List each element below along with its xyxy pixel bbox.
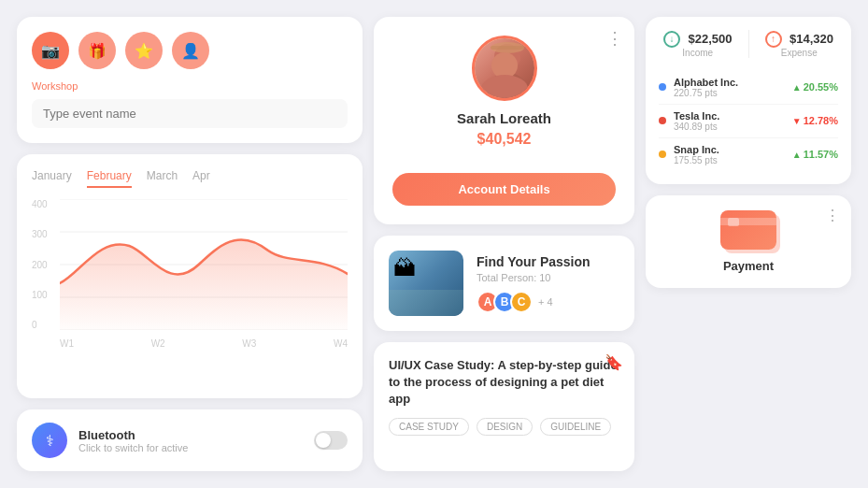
- stock-change-tesla: ▼12.78%: [792, 115, 838, 126]
- gift-icon-btn[interactable]: 🎁: [78, 32, 116, 69]
- avatar: [472, 36, 537, 101]
- stock-dot-snap: [659, 151, 666, 158]
- table-row: Alphabet Inc. 220.75 pts ▲20.55%: [659, 71, 838, 105]
- income-value: $22,500: [688, 32, 732, 46]
- chart-area: 400 300 200 100 0: [32, 199, 348, 349]
- star-icon-btn[interactable]: ⭐: [125, 32, 163, 69]
- income-icon: ↓: [663, 31, 680, 48]
- tab-march[interactable]: March: [147, 169, 178, 188]
- chart-tabs: January February March Apr: [32, 169, 348, 188]
- tab-february[interactable]: February: [87, 169, 132, 188]
- profile-amount-value: 40,542: [485, 131, 531, 147]
- tag-design[interactable]: DESIGN: [477, 418, 533, 436]
- payment-dots-menu[interactable]: ⋮: [825, 207, 840, 224]
- x-label-w2: W2: [151, 338, 165, 349]
- stock-info-tesla: Tesla Inc. 340.89 pts: [674, 110, 792, 132]
- y-label-200: 200: [32, 260, 48, 270]
- avatar-image: [475, 38, 534, 98]
- event-icons: 📷 🎁 ⭐ 👤: [32, 32, 348, 69]
- mid-column: ⋮ Sarah Loreath $40,542 Account Deta: [374, 17, 634, 471]
- svg-rect-8: [491, 46, 524, 50]
- account-details-button[interactable]: Account Details: [392, 173, 616, 206]
- payment-label: Payment: [723, 259, 774, 273]
- expense-amount: ↑ $14,320: [761, 30, 839, 48]
- y-label-0: 0: [32, 320, 48, 330]
- stock-name-alphabet: Alphabet Inc.: [674, 77, 792, 88]
- x-label-w1: W1: [60, 338, 74, 349]
- payment-icon: [720, 210, 776, 250]
- article-tags: CASE STUDY DESIGN GUIDELINE: [389, 418, 619, 436]
- stock-dot-tesla: [659, 117, 666, 124]
- finance-divider: [748, 30, 749, 58]
- expense-icon: ↑: [765, 31, 782, 48]
- camera-icon: 📷: [41, 42, 60, 60]
- table-row: Tesla Inc. 340.89 pts ▼12.78%: [659, 105, 838, 138]
- bluetooth-title: Bluetooth: [78, 428, 303, 442]
- profile-name: Sarah Loreath: [457, 110, 551, 126]
- star-icon: ⭐: [135, 42, 153, 60]
- income-amount: ↓ $22,500: [659, 30, 737, 48]
- passion-title: Find Your Passion: [477, 254, 619, 269]
- y-label-100: 100: [32, 290, 48, 300]
- tab-apr[interactable]: Apr: [192, 169, 210, 188]
- x-label-w3: W3: [242, 338, 256, 349]
- y-label-300: 300: [32, 229, 48, 239]
- up-arrow-icon: ▲: [792, 82, 802, 93]
- payment-card: ⋮ Payment: [646, 195, 851, 288]
- profile-dots-menu[interactable]: ⋮: [606, 28, 623, 49]
- bluetooth-symbol: ⚕: [46, 432, 54, 450]
- down-arrow-icon: ▼: [792, 116, 802, 126]
- bluetooth-subtitle: Click to switch for active: [78, 442, 303, 453]
- stock-change-snap: ▲11.57%: [792, 149, 838, 160]
- chart-card: January February March Apr 400 300 200 1…: [17, 154, 363, 398]
- svg-point-6: [487, 73, 528, 98]
- passion-image: [389, 251, 463, 316]
- camera-icon-btn[interactable]: 📷: [32, 32, 69, 69]
- stock-info-snap: Snap Inc. 175.55 pts: [674, 144, 792, 165]
- stock-pts-alphabet: 220.75 pts: [674, 88, 792, 98]
- x-label-w4: W4: [334, 338, 348, 349]
- tag-case-study[interactable]: CASE STUDY: [389, 418, 469, 436]
- y-label-400: 400: [32, 199, 48, 209]
- dashboard: 📷 🎁 ⭐ 👤 Workshop January February Mar: [0, 0, 868, 488]
- expense-value: $14,320: [790, 32, 833, 46]
- passion-avatars: A B C + 4: [477, 291, 619, 313]
- profile-amount: $40,542: [477, 130, 532, 160]
- bluetooth-text: Bluetooth Click to switch for active: [78, 428, 303, 453]
- passion-subtitle: Total Person: 10: [477, 272, 619, 283]
- table-row: Snap Inc. 175.55 pts ▲11.57%: [659, 138, 838, 171]
- bluetooth-toggle[interactable]: [314, 431, 348, 450]
- active-icon-label: Workshop: [32, 80, 348, 92]
- stock-change-alphabet: ▲20.55%: [792, 81, 838, 93]
- tab-january[interactable]: January: [32, 169, 72, 188]
- right-column: ↓ $22,500 Income ↑ $14,320 Expense: [646, 17, 851, 471]
- gift-icon: 🎁: [88, 42, 107, 60]
- event-card: 📷 🎁 ⭐ 👤 Workshop: [17, 17, 363, 143]
- finance-card: ↓ $22,500 Income ↑ $14,320 Expense: [646, 17, 851, 184]
- income-label: Income: [659, 48, 737, 58]
- expense-section: ↑ $14,320 Expense: [761, 30, 839, 58]
- stock-pts-tesla: 340.89 pts: [674, 122, 792, 132]
- stock-dot-alphabet: [659, 83, 666, 91]
- up-arrow-icon-2: ▲: [792, 150, 802, 160]
- expense-label: Expense: [761, 48, 839, 58]
- passion-more-count: + 4: [538, 296, 553, 308]
- chart-x-labels: W1 W2 W3 W4: [60, 338, 348, 349]
- passion-avatar-3: C: [510, 291, 533, 313]
- event-name-input[interactable]: [32, 99, 348, 128]
- income-section: ↓ $22,500 Income: [659, 30, 737, 58]
- stock-info-alphabet: Alphabet Inc. 220.75 pts: [674, 77, 792, 98]
- bluetooth-icon: ⚕: [32, 423, 67, 458]
- left-column: 📷 🎁 ⭐ 👤 Workshop January February Mar: [17, 17, 363, 471]
- stock-pts-snap: 175.55 pts: [674, 155, 792, 165]
- profile-card: ⋮ Sarah Loreath $40,542 Account Deta: [374, 17, 634, 224]
- tag-guideline[interactable]: GUIDELINE: [540, 418, 611, 436]
- chart-svg: [60, 199, 348, 330]
- passion-info: Find Your Passion Total Person: 10 A B C…: [477, 254, 619, 313]
- stock-name-snap: Snap Inc.: [674, 144, 792, 155]
- person-icon-btn[interactable]: 👤: [172, 32, 209, 69]
- chart-y-labels: 400 300 200 100 0: [32, 199, 48, 330]
- bookmark-icon[interactable]: 🔖: [605, 353, 623, 371]
- stocks-list: Alphabet Inc. 220.75 pts ▲20.55% Tesla I…: [659, 71, 838, 171]
- article-card: 🔖 UI/UX Case Study: A step-by-step guide…: [374, 342, 634, 471]
